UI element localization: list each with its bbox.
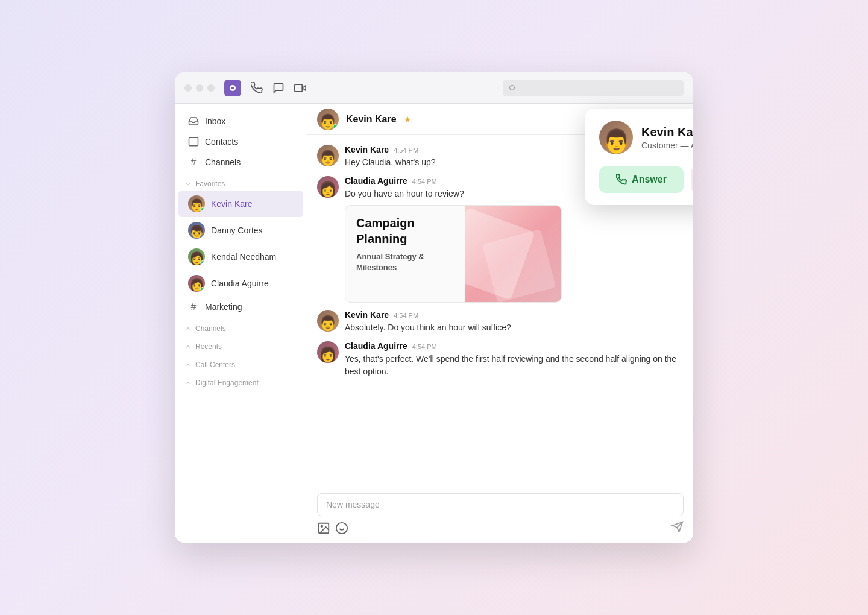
minimize-dot[interactable] (196, 84, 203, 92)
digital-engagement-header[interactable]: Digital Engagement (175, 374, 307, 390)
svg-rect-1 (295, 84, 303, 92)
phone-icon[interactable] (251, 82, 263, 94)
campaign-card: Campaign Planning Annual Strategy & Mile… (345, 205, 562, 303)
kevin-kare-avatar: 👨 (188, 195, 205, 212)
marketing-hash-icon: # (188, 301, 199, 312)
campaign-subtitle: Annual Strategy & Milestones (356, 251, 454, 273)
chevron-up-icon-channels (184, 325, 192, 332)
chevron-up-icon-callcenters (184, 361, 192, 368)
inbox-label: Inbox (205, 116, 225, 126)
sidebar-item-danny-cortes[interactable]: 👦 Danny Cortes (178, 217, 303, 244)
message-input[interactable]: New message (317, 493, 684, 516)
sidebar-item-inbox[interactable]: Inbox (178, 111, 303, 131)
search-icon (509, 84, 516, 92)
msg2-author: Claudia Aguirre (345, 176, 407, 186)
online-status (200, 207, 205, 212)
video-icon[interactable] (294, 82, 306, 94)
call-centers-section: Call Centers (175, 356, 307, 371)
msg5-author: Claudia Aguirre (345, 341, 407, 351)
recents-section: Recents (175, 338, 307, 353)
claudia-aguirre-name: Claudia Aguirre (211, 279, 269, 288)
msg4-author: Kevin Kare (345, 310, 389, 320)
title-bar (175, 72, 693, 104)
campaign-card-text: Campaign Planning Annual Strategy & Mile… (345, 206, 465, 302)
chat-contact-name: Kevin Kare (346, 114, 397, 125)
channels-hash-icon: # (188, 157, 199, 168)
sidebar-item-marketing[interactable]: # Marketing (178, 297, 303, 317)
recents-label: Recents (195, 342, 222, 351)
message-input-actions (317, 521, 684, 535)
answer-phone-icon (616, 174, 627, 185)
chevron-down-icon (184, 180, 192, 188)
send-icon (671, 521, 684, 533)
image-upload-icon[interactable] (317, 522, 330, 535)
channels-section: Channels (175, 320, 307, 335)
favorites-header[interactable]: Favorites (175, 175, 307, 191)
msg4-header: Kevin Kare 4:54 PM (345, 310, 684, 320)
msg2-avatar: 👩 (317, 176, 339, 198)
favorites-section: Favorites 👨 Kevin Kare 👦 Danny Cortes (175, 175, 307, 317)
call-contact-info: Kevin Kare Customer — Acme Corp (641, 125, 693, 150)
favorite-star-icon[interactable]: ★ (404, 115, 412, 124)
channels-label: Channels (205, 157, 241, 167)
recents-header[interactable]: Recents (175, 338, 307, 353)
maximize-dot[interactable] (207, 84, 215, 92)
sidebar: Inbox Contacts # Channels (175, 104, 307, 543)
campaign-image (465, 206, 561, 302)
sidebar-item-kevin-kare[interactable]: 👨 Kevin Kare (178, 191, 303, 217)
channels-section-label: Channels (195, 324, 226, 333)
msg4-content: Kevin Kare 4:54 PM Absolutely. Do you th… (345, 310, 684, 334)
chat-header-online-dot (333, 124, 338, 130)
marketing-label: Marketing (205, 302, 242, 312)
search-bar[interactable] (503, 80, 684, 96)
answer-label: Answer (632, 174, 667, 185)
claudia-aguirre-avatar: 👩 (188, 275, 205, 292)
msg4-text: Absolutely. Do you think an hour will su… (345, 321, 684, 334)
answer-button[interactable]: Answer (599, 166, 684, 193)
msg5-time: 4:54 PM (412, 343, 437, 350)
chevron-up-icon-recents (184, 343, 192, 350)
call-actions: Answer Decline (599, 166, 693, 193)
call-centers-label: Call Centers (195, 361, 235, 369)
chat-header-avatar: 👨 (317, 109, 339, 130)
kendal-needham-avatar: 👩 (188, 248, 205, 265)
favorites-label: Favorites (195, 180, 225, 188)
svg-point-2 (510, 85, 515, 90)
chat-icon[interactable] (272, 82, 285, 94)
svg-point-13 (336, 523, 347, 534)
svg-point-12 (321, 525, 322, 527)
digital-engagement-section: Digital Engagement (175, 374, 307, 390)
msg1-avatar: 👨 (317, 145, 339, 166)
kendal-needham-name: Kendal Needham (211, 252, 276, 262)
contacts-label: Contacts (205, 137, 238, 147)
msg2-time: 4:54 PM (412, 178, 437, 185)
svg-rect-3 (189, 137, 198, 146)
emoji-icon[interactable] (335, 522, 348, 535)
digital-engagement-label: Digital Engagement (195, 379, 259, 387)
msg5-text: Yes, that's perfect. We'll spend the fir… (345, 353, 684, 378)
send-button[interactable] (671, 521, 684, 535)
input-placeholder: New message (326, 500, 380, 509)
call-centers-header[interactable]: Call Centers (175, 356, 307, 371)
chevron-up-icon-digital (184, 379, 192, 386)
decline-button[interactable]: Decline (691, 166, 693, 193)
nav-section: Inbox Contacts # Channels (175, 111, 307, 172)
channels-section-header[interactable]: Channels (175, 320, 307, 335)
window-controls (184, 84, 215, 92)
sidebar-item-claudia-aguirre[interactable]: 👩 Claudia Aguirre (178, 270, 303, 297)
close-dot[interactable] (184, 84, 192, 92)
app-logo (224, 80, 241, 96)
msg4-avatar: 👨 (317, 310, 339, 332)
call-popup: 👨 Kevin Kare Customer — Acme Corp Answer… (585, 109, 693, 205)
message-input-area: New message (307, 487, 693, 543)
message-row: 👨 Kevin Kare 4:54 PM Absolutely. Do you … (317, 310, 684, 334)
danny-cortes-name: Danny Cortes (211, 226, 263, 235)
sidebar-item-kendal-needham[interactable]: 👩 Kendal Needham (178, 244, 303, 270)
call-contact-role: Customer — Acme Corp (641, 140, 693, 150)
sidebar-item-channels[interactable]: # Channels (178, 152, 303, 172)
sidebar-item-contacts[interactable]: Contacts (178, 131, 303, 152)
message-row: 👩 Claudia Aguirre 4:54 PM Yes, that's pe… (317, 341, 684, 378)
title-bar-icons (251, 82, 306, 94)
msg5-header: Claudia Aguirre 4:54 PM (345, 341, 684, 351)
call-popup-avatar: 👨 (599, 121, 633, 154)
